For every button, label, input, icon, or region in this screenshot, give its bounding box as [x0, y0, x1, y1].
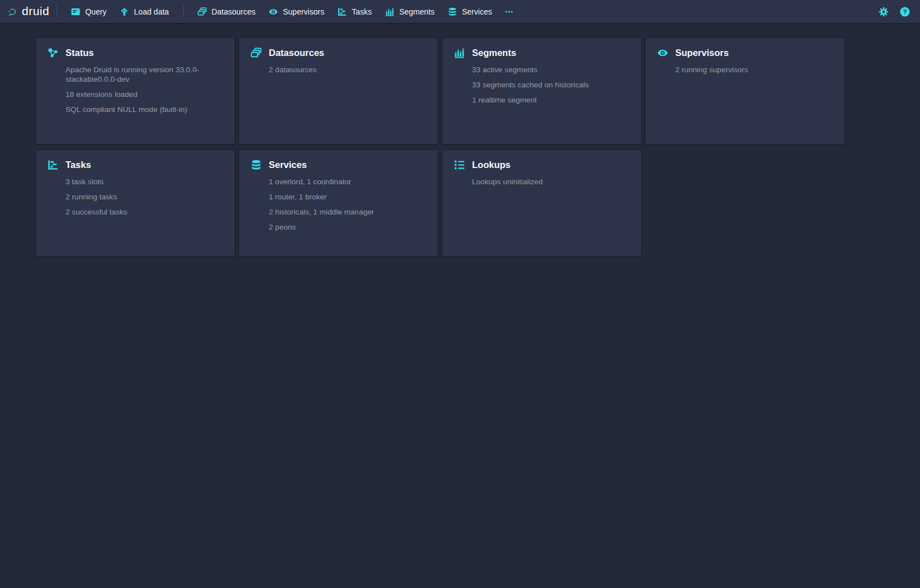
card-title: Datasources	[269, 47, 324, 58]
settings-button[interactable]	[876, 4, 891, 20]
card-title: Tasks	[66, 159, 91, 170]
card-line: 1 realtime segment	[472, 95, 630, 105]
card-line: Lookups uninitialized	[472, 177, 630, 186]
card-tasks[interactable]: Tasks3 task slots2 running tasks2 succes…	[36, 150, 235, 256]
nav-item-query[interactable]: Query	[64, 3, 113, 20]
nav-item-label: Query	[85, 7, 106, 16]
card-header: Datasources	[251, 47, 427, 58]
card-header: Supervisors	[657, 47, 833, 58]
card-line: 3 task slots	[66, 177, 223, 186]
card-line: 18 extensions loaded	[66, 90, 223, 99]
more-icon	[505, 7, 513, 16]
card-supervisors[interactable]: Supervisors2 running supervisors	[646, 38, 844, 144]
card-body: 2 datasources	[269, 65, 427, 74]
gantt-icon	[48, 160, 58, 170]
brand-name: druid	[22, 5, 49, 18]
card-line: 2 datasources	[269, 65, 427, 74]
card-title: Supervisors	[675, 47, 728, 58]
nav-item-supervisors[interactable]: Supervisors	[262, 3, 331, 20]
card-body: 3 task slots2 running tasks2 successful …	[66, 177, 223, 217]
nav-divider	[57, 6, 57, 17]
database-icon	[448, 7, 457, 16]
card-line: 2 successful tasks	[66, 207, 223, 217]
nav-divider	[183, 6, 184, 17]
card-line: 33 segments cached on historicals	[472, 80, 630, 90]
card-title: Lookups	[472, 159, 511, 170]
card-line: 2 running tasks	[66, 192, 223, 202]
gantt-icon	[338, 7, 347, 16]
help-button[interactable]: ?	[897, 4, 913, 20]
nav-item-datasources[interactable]: Datasources	[191, 3, 263, 20]
multi-select-icon	[198, 7, 207, 16]
card-body: 1 overlord, 1 coordinator1 router, 1 bro…	[269, 177, 427, 232]
card-header: Tasks	[48, 159, 223, 170]
card-title: Status	[66, 47, 94, 58]
nav-item-label: Datasources	[212, 7, 256, 16]
help-icon: ?	[900, 7, 910, 17]
home-cards-grid: StatusApache Druid is running version 33…	[36, 38, 920, 256]
nav-item-label: Segments	[399, 7, 435, 16]
nav-item-label: Load data	[134, 7, 169, 16]
properties-icon	[454, 160, 465, 170]
card-line: 2 running supervisors	[675, 65, 833, 74]
card-datasources[interactable]: Datasources2 datasources	[239, 38, 438, 144]
druid-logo-icon	[8, 7, 17, 16]
card-segments[interactable]: Segments33 active segments33 segments ca…	[442, 38, 641, 144]
card-header: Services	[251, 159, 427, 170]
druid-logo: druid	[8, 5, 49, 18]
card-line: 1 router, 1 broker	[269, 192, 427, 202]
top-navbar: druid QueryLoad dataDatasourcesSuperviso…	[0, 0, 920, 23]
nav-more-button[interactable]	[499, 3, 519, 20]
nav-item-label: Tasks	[352, 7, 372, 16]
upload-icon	[120, 7, 129, 16]
card-line: 2 peons	[269, 222, 427, 232]
card-body: 2 running supervisors	[675, 65, 833, 74]
nav-item-label: Supervisors	[283, 7, 324, 16]
graph-icon	[48, 48, 58, 58]
nav-menu: QueryLoad dataDatasourcesSupervisorsTask…	[64, 0, 519, 23]
cog-icon	[879, 7, 889, 17]
nav-actions: ?	[876, 4, 913, 20]
card-header: Segments	[454, 47, 630, 58]
card-line: 1 overlord, 1 coordinator	[269, 177, 427, 186]
card-title: Services	[269, 159, 307, 170]
card-lookups[interactable]: LookupsLookups uninitialized	[442, 150, 641, 256]
card-services[interactable]: Services1 overlord, 1 coordinator1 route…	[239, 150, 438, 256]
svg-text:?: ?	[903, 8, 907, 16]
card-line: SQL compliant NULL mode (built-in)	[66, 105, 223, 114]
nav-item-load-data[interactable]: Load data	[113, 3, 175, 20]
multi-select-icon	[251, 48, 261, 58]
card-body: Lookups uninitialized	[472, 177, 630, 186]
console-icon	[71, 7, 80, 16]
card-line: 2 historicals, 1 middle manager	[269, 207, 427, 217]
nav-item-label: Services	[462, 7, 492, 16]
nav-item-segments[interactable]: Segments	[379, 3, 441, 20]
card-line: 33 active segments	[472, 65, 630, 74]
card-body: Apache Druid is running version 33.0.0-s…	[66, 65, 223, 114]
card-body: 33 active segments33 segments cached on …	[472, 65, 630, 105]
eye-icon	[269, 7, 278, 16]
stacked-chart-icon	[454, 48, 465, 58]
nav-item-tasks[interactable]: Tasks	[331, 3, 379, 20]
eye-icon	[657, 48, 668, 58]
card-title: Segments	[472, 47, 516, 58]
stacked-chart-icon	[385, 7, 394, 16]
card-header: Status	[48, 47, 223, 58]
card-status[interactable]: StatusApache Druid is running version 33…	[36, 38, 235, 144]
card-line: Apache Druid is running version 33.0.0-s…	[66, 65, 223, 84]
database-icon	[251, 160, 261, 170]
nav-item-services[interactable]: Services	[441, 3, 499, 20]
card-header: Lookups	[454, 159, 630, 170]
